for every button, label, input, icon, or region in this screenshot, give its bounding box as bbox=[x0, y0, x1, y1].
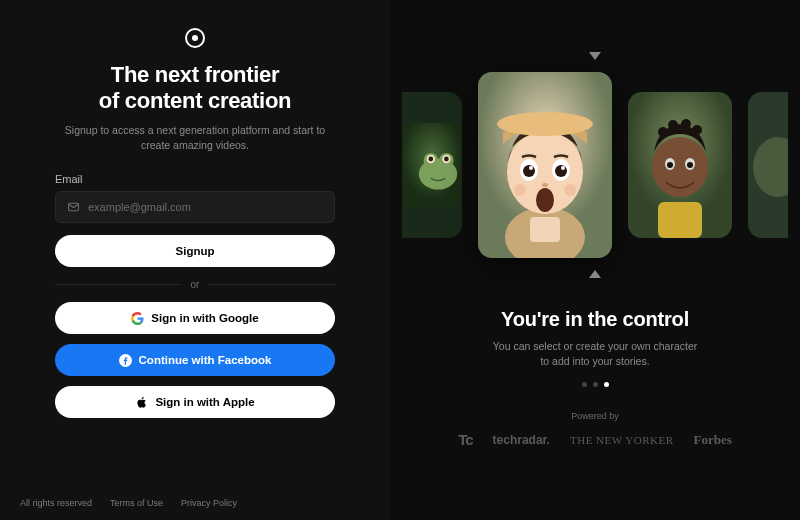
carousel-next-icon[interactable] bbox=[589, 270, 601, 278]
svg-point-20 bbox=[561, 166, 565, 170]
brand-logos: Tc techradar. THE NEW YORKER Forbes bbox=[458, 431, 732, 448]
svg-point-31 bbox=[692, 125, 702, 135]
svg-rect-26 bbox=[658, 202, 702, 238]
terms-link[interactable]: Terms of Use bbox=[110, 498, 163, 508]
divider-label: or bbox=[181, 279, 210, 290]
social-buttons: Sign in with Google Continue with Facebo… bbox=[55, 302, 335, 418]
carousel-card-side[interactable] bbox=[748, 92, 788, 238]
signup-button[interactable]: Signup bbox=[55, 235, 335, 267]
techradar-logo: techradar. bbox=[493, 433, 550, 447]
svg-point-17 bbox=[529, 166, 533, 170]
showcase-desc: You can select or create your own charac… bbox=[490, 339, 700, 368]
svg-point-23 bbox=[514, 184, 526, 196]
facebook-button-label: Continue with Facebook bbox=[139, 354, 272, 366]
google-signin-button[interactable]: Sign in with Google bbox=[55, 302, 335, 334]
signup-panel: The next frontier of content creation Si… bbox=[0, 0, 390, 520]
carousel-prev-icon[interactable] bbox=[589, 52, 601, 60]
techcrunch-logo: Tc bbox=[458, 431, 472, 448]
headline-line1: The next frontier bbox=[111, 62, 279, 87]
carousel-card-center[interactable] bbox=[478, 72, 612, 258]
character-carousel bbox=[402, 72, 788, 258]
email-label: Email bbox=[55, 173, 335, 185]
facebook-icon bbox=[119, 354, 132, 367]
footer-links: All rights reserved Terms of Use Privacy… bbox=[20, 498, 237, 508]
carousel-card-side[interactable] bbox=[402, 92, 462, 238]
svg-point-9 bbox=[444, 157, 449, 162]
svg-point-35 bbox=[687, 162, 693, 168]
svg-point-14 bbox=[497, 112, 593, 136]
forbes-logo: Forbes bbox=[694, 432, 732, 448]
character-boy-illustration bbox=[628, 92, 732, 238]
facebook-signin-button[interactable]: Continue with Facebook bbox=[55, 344, 335, 376]
svg-point-24 bbox=[564, 184, 576, 196]
apple-icon bbox=[135, 396, 148, 409]
svg-point-21 bbox=[536, 188, 554, 212]
svg-point-30 bbox=[681, 119, 691, 129]
headline-line2: of content creation bbox=[99, 88, 291, 113]
email-field[interactable] bbox=[55, 191, 335, 223]
character-girl-illustration bbox=[478, 72, 612, 258]
svg-point-33 bbox=[667, 162, 673, 168]
powered-by-label: Powered by bbox=[571, 411, 619, 421]
showcase-title: You're in the control bbox=[501, 308, 689, 331]
brand-logo-icon bbox=[185, 28, 205, 48]
apple-signin-button[interactable]: Sign in with Apple bbox=[55, 386, 335, 418]
page-subtitle: Signup to access a next generation platf… bbox=[55, 123, 335, 153]
svg-point-16 bbox=[523, 165, 535, 177]
svg-point-19 bbox=[555, 165, 567, 177]
envelope-icon bbox=[67, 201, 80, 214]
showcase-panel: You're in the control You can select or … bbox=[390, 0, 800, 520]
apple-button-label: Sign in with Apple bbox=[155, 396, 254, 408]
privacy-link[interactable]: Privacy Policy bbox=[181, 498, 237, 508]
svg-point-22 bbox=[542, 183, 548, 187]
google-button-label: Sign in with Google bbox=[151, 312, 258, 324]
character-partial-illustration bbox=[748, 92, 788, 238]
carousel-dots bbox=[582, 382, 609, 387]
newyorker-logo: THE NEW YORKER bbox=[570, 434, 674, 446]
dot-active[interactable] bbox=[604, 382, 609, 387]
google-icon bbox=[131, 312, 144, 325]
email-input-wrap bbox=[55, 191, 335, 223]
svg-point-29 bbox=[668, 120, 678, 130]
character-frog-illustration bbox=[402, 92, 462, 238]
signup-button-label: Signup bbox=[176, 245, 215, 257]
dot[interactable] bbox=[582, 382, 587, 387]
rights-text: All rights reserved bbox=[20, 498, 92, 508]
svg-point-28 bbox=[658, 127, 668, 137]
carousel-card-side[interactable] bbox=[628, 92, 732, 238]
svg-point-6 bbox=[428, 157, 433, 162]
svg-rect-12 bbox=[530, 217, 560, 242]
divider: or bbox=[55, 279, 335, 290]
dot[interactable] bbox=[593, 382, 598, 387]
page-title: The next frontier of content creation bbox=[55, 62, 335, 115]
